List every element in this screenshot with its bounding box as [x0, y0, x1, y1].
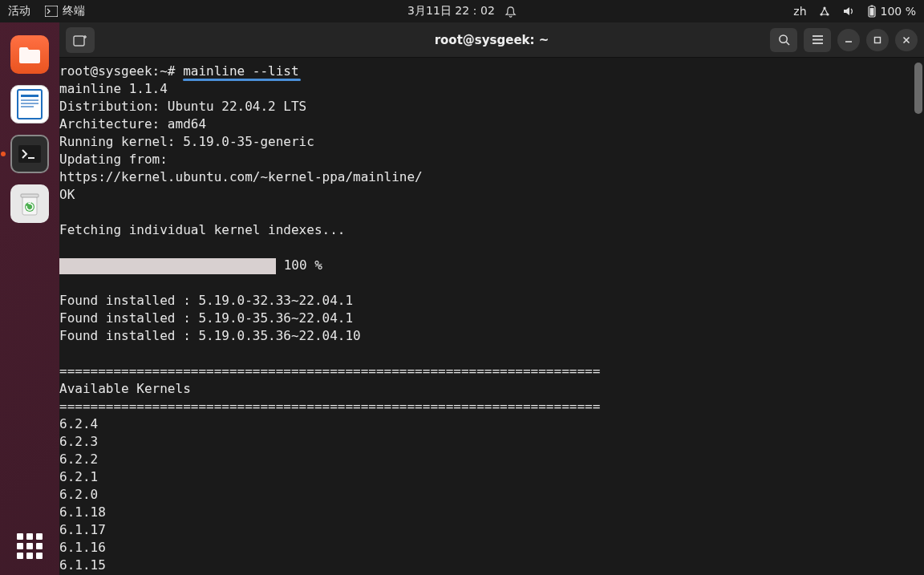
new-tab-button[interactable] [66, 27, 95, 53]
writer-icon [17, 89, 43, 119]
focused-app-name: 终端 [63, 4, 85, 18]
svg-point-21 [779, 35, 786, 43]
new-tab-icon [73, 34, 87, 47]
terminal-app-icon [18, 145, 41, 163]
dock-item-files[interactable] [10, 35, 49, 74]
svg-rect-10 [21, 103, 38, 104]
hamburger-menu-button[interactable] [804, 28, 831, 52]
terminal-output: root@sysgeek:~# mainline --listmainline … [59, 63, 924, 574]
svg-rect-8 [21, 95, 38, 97]
volume-icon[interactable] [842, 5, 855, 18]
svg-rect-27 [875, 37, 881, 43]
svg-rect-11 [21, 106, 34, 107]
svg-line-22 [786, 42, 789, 45]
terminal-icon [45, 6, 58, 17]
close-button[interactable] [895, 29, 918, 51]
search-button[interactable] [770, 28, 797, 52]
clock[interactable]: 3月11日 22：02 [407, 4, 495, 18]
dock-item-trash[interactable] [10, 184, 49, 223]
maximize-button[interactable] [866, 29, 889, 51]
maximize-icon [873, 36, 881, 44]
top-bar: 活动 终端 3月11日 22：02 zh 100 % [0, 0, 924, 22]
window-title: root@sysgeek: ~ [435, 33, 549, 47]
input-language[interactable]: zh [793, 5, 806, 18]
hamburger-icon [812, 34, 824, 45]
minimize-button[interactable] [837, 29, 860, 51]
scrollbar-thumb[interactable] [914, 63, 922, 114]
svg-rect-6 [869, 8, 873, 16]
svg-rect-9 [21, 99, 38, 101]
activities-button[interactable]: 活动 [8, 4, 30, 18]
close-icon [902, 36, 910, 44]
search-icon [778, 34, 790, 46]
focused-app-indicator[interactable]: 终端 [45, 4, 85, 18]
notifications-icon[interactable] [505, 6, 517, 18]
battery-icon[interactable]: 100 % [866, 5, 916, 18]
show-apps-button[interactable] [15, 532, 44, 561]
svg-rect-15 [21, 194, 38, 197]
svg-rect-0 [45, 6, 58, 17]
minimize-icon [845, 36, 853, 44]
dock-item-writer[interactable] [10, 85, 49, 124]
svg-rect-5 [870, 6, 873, 7]
trash-icon [18, 191, 41, 217]
svg-rect-12 [18, 145, 41, 163]
terminal-titlebar: root@sysgeek: ~ [59, 22, 924, 58]
terminal-viewport[interactable]: root@sysgeek:~# mainline --listmainline … [59, 58, 924, 575]
dock-item-terminal[interactable] [10, 135, 49, 173]
dock [0, 22, 59, 575]
battery-percentage: 100 % [881, 5, 916, 18]
network-icon[interactable] [818, 5, 831, 18]
files-icon [18, 44, 42, 65]
svg-rect-18 [74, 36, 84, 46]
